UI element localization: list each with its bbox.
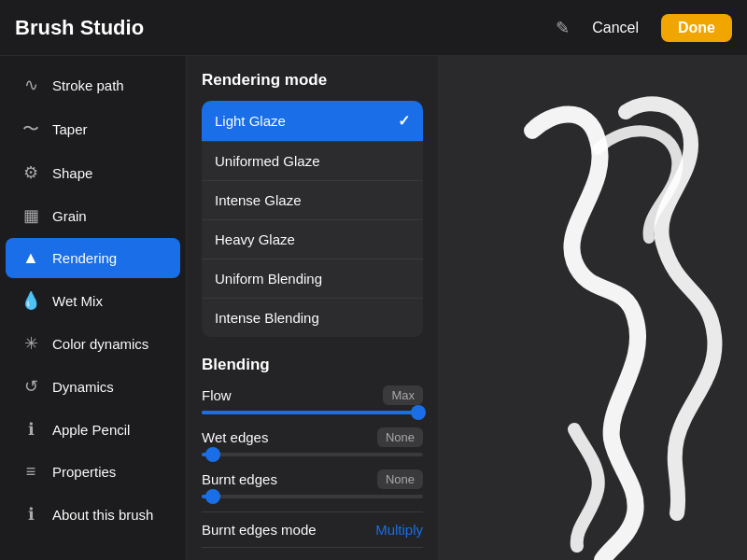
grain-icon: ▦: [21, 205, 41, 226]
page-title: Brush Studio: [15, 16, 144, 40]
sidebar-label-wet-mix: Wet Mix: [52, 293, 103, 309]
flow-slider-thumb[interactable]: [411, 405, 426, 420]
wet-edges-value: None: [377, 427, 423, 447]
sidebar-item-dynamics[interactable]: ↺ Dynamics: [6, 366, 180, 407]
flow-value: Max: [383, 385, 423, 405]
sidebar-label-grain: Grain: [52, 208, 87, 224]
blend-mode-row[interactable]: Blend mode Normal: [202, 547, 423, 560]
render-item-uniformed-glaze[interactable]: Uniformed Glaze: [202, 142, 423, 181]
wet-edges-row: Wet edges None: [202, 427, 423, 456]
burnt-edges-value: None: [377, 469, 423, 489]
render-label-uniform-blending: Uniform Blending: [215, 271, 322, 287]
sidebar-item-wet-mix[interactable]: 💧 Wet Mix: [6, 280, 180, 321]
burnt-edges-slider-track[interactable]: [202, 495, 423, 498]
render-item-heavy-glaze[interactable]: Heavy Glaze: [202, 220, 423, 259]
flow-label: Flow: [202, 387, 232, 403]
sidebar-item-taper[interactable]: 〜 Taper: [6, 107, 180, 150]
render-item-light-glaze[interactable]: Light Glaze ✓: [202, 101, 423, 142]
dynamics-icon: ↺: [21, 376, 41, 397]
sidebar-item-grain[interactable]: ▦ Grain: [6, 195, 180, 236]
checkmark-icon: ✓: [398, 112, 410, 130]
flow-header: Flow Max: [202, 385, 423, 405]
flow-row: Flow Max: [202, 385, 423, 414]
burnt-edges-header: Burnt edges None: [202, 469, 423, 489]
sidebar-item-shape[interactable]: ⚙ Shape: [6, 152, 180, 193]
rendering-mode-list: Light Glaze ✓ Uniformed Glaze Intense Gl…: [202, 101, 423, 337]
taper-icon: 〜: [21, 118, 41, 140]
flow-slider-fill: [202, 411, 418, 414]
sidebar-item-about[interactable]: ℹ About this brush: [6, 494, 180, 535]
wet-edges-slider-thumb[interactable]: [205, 447, 220, 462]
flow-slider-track[interactable]: [202, 411, 423, 414]
wet-mix-icon: 💧: [21, 290, 41, 311]
sidebar-label-about: About this brush: [52, 507, 153, 523]
rendering-mode-title: Rendering mode: [202, 71, 423, 90]
sidebar-label-properties: Properties: [52, 464, 116, 480]
middle-panel: Rendering mode Light Glaze ✓ Uniformed G…: [187, 56, 439, 560]
sidebar-label-stroke-path: Stroke path: [52, 77, 124, 93]
sidebar-label-color-dynamics: Color dynamics: [52, 336, 148, 352]
cancel-button[interactable]: Cancel: [581, 14, 650, 42]
sidebar-label-taper: Taper: [52, 121, 88, 137]
canvas-area: [439, 56, 747, 560]
wet-edges-label: Wet edges: [202, 429, 268, 445]
render-label-light-glaze: Light Glaze: [215, 113, 286, 129]
burnt-edges-slider-thumb[interactable]: [205, 489, 220, 504]
render-label-uniformed-glaze: Uniformed Glaze: [215, 153, 320, 169]
render-label-heavy-glaze: Heavy Glaze: [215, 231, 295, 247]
sidebar-label-apple-pencil: Apple Pencil: [52, 422, 130, 438]
brush-stroke-svg: [439, 56, 747, 560]
sidebar-label-rendering: Rendering: [52, 250, 117, 266]
main-layout: ∿ Stroke path 〜 Taper ⚙ Shape ▦ Grain ▲ …: [0, 56, 747, 560]
wet-edges-header: Wet edges None: [202, 427, 423, 447]
color-dynamics-icon: ✳: [21, 333, 41, 354]
sidebar-item-properties[interactable]: ≡ Properties: [6, 452, 180, 492]
sidebar-item-rendering[interactable]: ▲ Rendering: [6, 238, 180, 278]
rendering-icon: ▲: [21, 248, 41, 268]
sidebar-item-apple-pencil[interactable]: ℹ Apple Pencil: [6, 409, 180, 450]
done-button[interactable]: Done: [661, 14, 732, 42]
brush-preview: [439, 56, 747, 560]
stroke-path-icon: ∿: [21, 75, 41, 95]
wet-edges-slider-track[interactable]: [202, 453, 423, 456]
header-actions: ✎ Cancel Done: [556, 14, 732, 42]
blending-title: Blending: [202, 356, 423, 374]
properties-icon: ≡: [21, 462, 41, 482]
burnt-edges-label: Burnt edges: [202, 471, 277, 487]
render-label-intense-glaze: Intense Glaze: [215, 192, 302, 208]
sidebar-item-color-dynamics[interactable]: ✳ Color dynamics: [6, 323, 180, 364]
burnt-edges-mode-row[interactable]: Burnt edges mode Multiply: [202, 511, 423, 547]
render-label-intense-blending: Intense Blending: [215, 310, 319, 326]
sidebar-label-shape: Shape: [52, 165, 92, 181]
render-item-uniform-blending[interactable]: Uniform Blending: [202, 259, 423, 299]
render-item-intense-glaze[interactable]: Intense Glaze: [202, 181, 423, 220]
sidebar: ∿ Stroke path 〜 Taper ⚙ Shape ▦ Grain ▲ …: [0, 56, 187, 560]
burnt-edges-mode-value: Multiply: [375, 522, 423, 538]
render-item-intense-blending[interactable]: Intense Blending: [202, 299, 423, 337]
about-icon: ℹ: [21, 504, 41, 525]
burnt-edges-mode-label: Burnt edges mode: [202, 522, 317, 538]
sidebar-item-stroke-path[interactable]: ∿ Stroke path: [6, 64, 180, 105]
sidebar-label-dynamics: Dynamics: [52, 379, 114, 395]
shape-icon: ⚙: [21, 162, 41, 183]
header: Brush Studio ✎ Cancel Done: [0, 0, 747, 56]
burnt-edges-row: Burnt edges None: [202, 469, 423, 498]
blending-section: Blending Flow Max Wet edges None: [202, 356, 423, 560]
edit-icon[interactable]: ✎: [556, 18, 570, 38]
apple-pencil-icon: ℹ: [21, 419, 41, 440]
